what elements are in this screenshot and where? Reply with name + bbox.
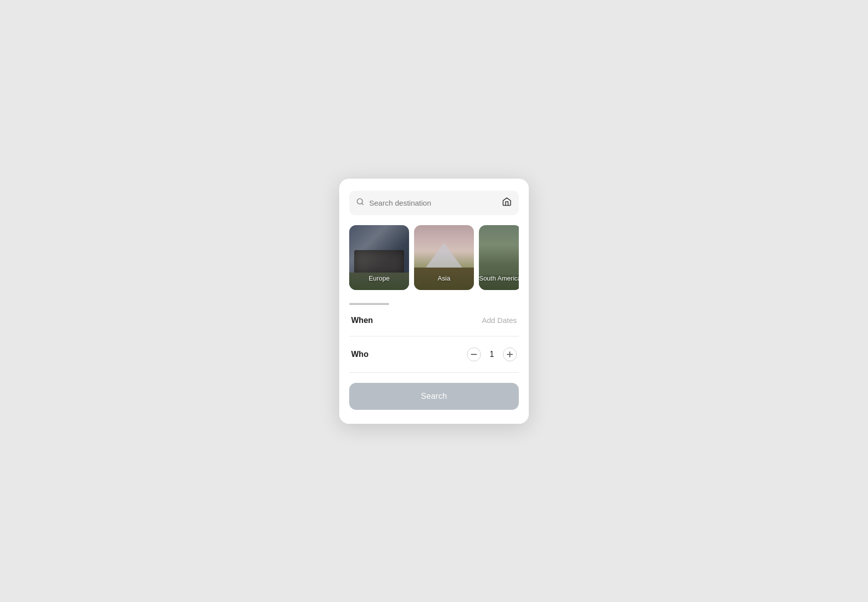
search-input[interactable]	[369, 199, 497, 207]
search-button[interactable]: Search	[349, 383, 519, 410]
who-label: Who	[351, 350, 369, 359]
destination-cards: Europe Asia South America	[349, 225, 519, 290]
increment-button[interactable]	[503, 347, 517, 361]
search-icon	[356, 198, 364, 208]
when-row[interactable]: When Add Dates	[339, 305, 529, 336]
top-section: Europe Asia South America	[339, 179, 529, 298]
destination-label-europe: Europe	[349, 275, 409, 283]
destination-label-south-america: South America	[479, 275, 519, 283]
counter-group: 1	[467, 347, 517, 361]
decrement-button[interactable]	[467, 347, 481, 361]
who-row: Who 1	[339, 336, 529, 372]
form-divider-2	[349, 372, 519, 373]
phone-card: Europe Asia South America When Add Dates…	[339, 179, 529, 424]
destination-label-asia: Asia	[414, 275, 474, 283]
scroll-indicator-wrap	[339, 298, 529, 305]
when-value: Add Dates	[482, 316, 517, 324]
destination-card-south-america[interactable]: South America	[479, 225, 519, 290]
counter-value: 1	[488, 350, 496, 359]
destination-card-europe[interactable]: Europe	[349, 225, 409, 290]
destination-card-asia[interactable]: Asia	[414, 225, 474, 290]
search-bar[interactable]	[349, 191, 519, 215]
svg-line-1	[362, 203, 363, 205]
home-icon[interactable]	[502, 197, 512, 209]
when-label: When	[351, 316, 373, 325]
bottom-section: When Add Dates Who 1	[339, 305, 529, 424]
